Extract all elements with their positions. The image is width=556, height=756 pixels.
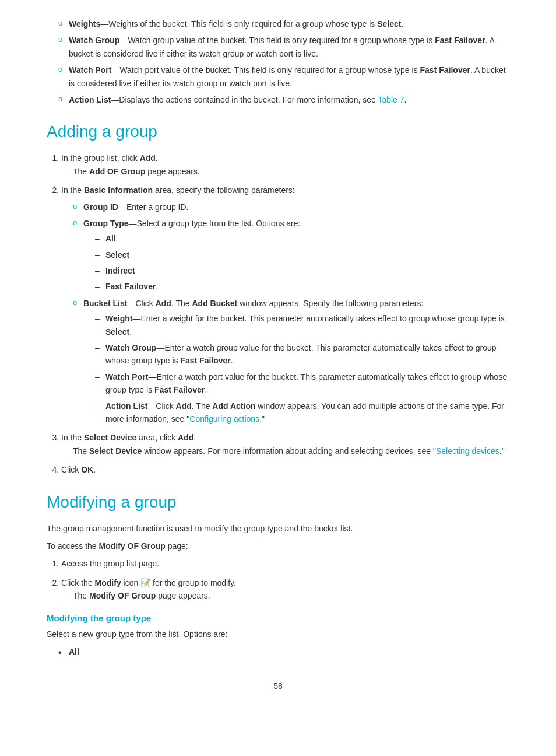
group-type-options: All Select Indirect Fast Failover: [83, 232, 509, 293]
configuring-actions-link[interactable]: Configuring actions: [189, 414, 259, 424]
selecting-devices-link[interactable]: Selecting devices: [436, 446, 499, 456]
intro-item-watch-group: Watch Group—Watch group value of the buc…: [58, 34, 509, 60]
bucket-list-items: Weight—Enter a weight for the bucket. Th…: [83, 312, 509, 425]
adding-group-steps: In the group list, click Add. The Add OF…: [47, 152, 509, 476]
basic-info-list: Group ID—Enter a group ID. Group Type—Se…: [61, 201, 509, 426]
intro-bullet-list: Weights—Weights of the bucket. This fiel…: [47, 18, 509, 106]
mod-step-1: Access the group list page.: [61, 557, 509, 570]
step-1: In the group list, click Add. The Add OF…: [61, 152, 509, 178]
modify-option-all: All: [58, 645, 509, 658]
modifying-intro: The group management function is used to…: [47, 522, 509, 535]
modifying-access-text: To access the Modify OF Group page:: [47, 540, 509, 552]
intro-item-action-list: Action List—Displays the actions contain…: [58, 93, 509, 106]
modifying-group-type-heading: Modifying the group type: [47, 613, 509, 623]
table7-link[interactable]: Table 7: [378, 95, 404, 104]
watch-group-term: Watch Group: [69, 36, 119, 45]
bucket-watch-port: Watch Port—Enter a watch port value for …: [95, 370, 509, 397]
step-2: In the Basic Information area, specify t…: [61, 184, 509, 425]
option-fast-failover: Fast Failover: [95, 280, 509, 293]
step-4: Click OK.: [61, 463, 509, 476]
mod-step-2-sub: The Modify OF Group page appears.: [61, 591, 210, 600]
bucket-watch-group: Watch Group—Enter a watch group value fo…: [95, 341, 509, 368]
bucket-action-list: Action List—Click Add. The Add Action wi…: [95, 400, 509, 426]
page-number: 58: [47, 681, 509, 691]
basic-group-type: Group Type—Select a group type from the …: [73, 217, 509, 293]
basic-group-id: Group ID—Enter a group ID.: [73, 201, 509, 214]
intro-item-weights: Weights—Weights of the bucket. This fiel…: [58, 18, 509, 30]
action-list-term: Action List: [69, 95, 111, 104]
intro-section: Weights—Weights of the bucket. This fiel…: [47, 18, 509, 106]
modifying-group-heading: Modifying a group: [47, 493, 509, 512]
step-1-sub: The Add OF Group page appears.: [61, 167, 200, 176]
modifying-group-steps: Access the group list page. Click the Mo…: [47, 557, 509, 602]
watch-port-term: Watch Port: [69, 65, 111, 75]
bucket-weight: Weight—Enter a weight for the bucket. Th…: [95, 312, 509, 338]
step-3: In the Select Device area, click Add. Th…: [61, 431, 509, 457]
step-3-sub: The Select Device window appears. For mo…: [61, 446, 505, 456]
option-all: All: [95, 232, 509, 245]
modifying-group-type-text: Select a new group type from the list. O…: [47, 628, 509, 640]
basic-bucket-list: Bucket List—Click Add. The Add Bucket wi…: [73, 297, 509, 426]
intro-item-watch-port: Watch Port—Watch port value of the bucke…: [58, 64, 509, 90]
option-indirect: Indirect: [95, 264, 509, 277]
adding-group-heading: Adding a group: [47, 123, 509, 141]
modify-options-list: All: [47, 645, 509, 658]
option-select: Select: [95, 249, 509, 261]
weights-term: Weights: [69, 19, 100, 29]
mod-step-2: Click the Modify icon 📝 for the group to…: [61, 576, 509, 603]
